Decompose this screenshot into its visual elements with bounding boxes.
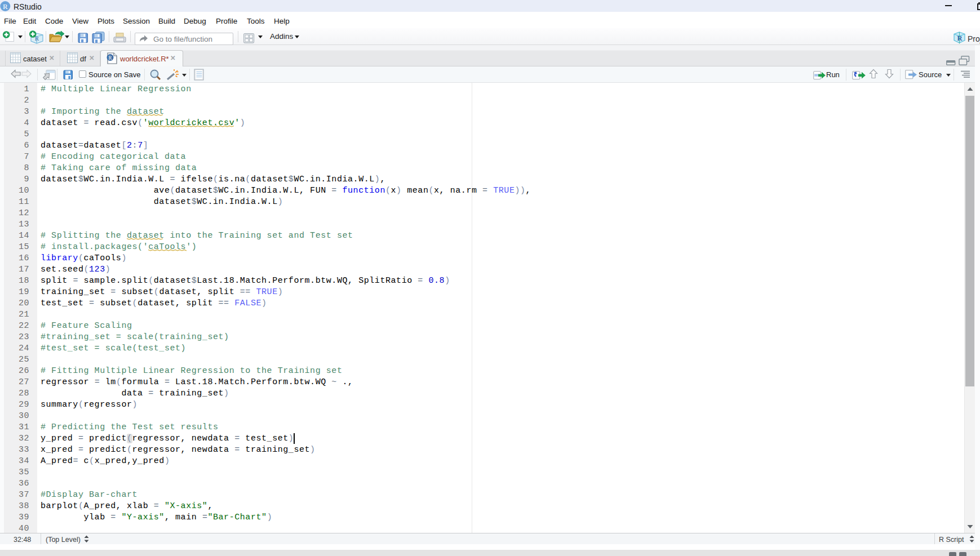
svg-text:R: R [3,2,8,11]
svg-text:R: R [108,55,112,61]
svg-text:R: R [957,34,963,42]
